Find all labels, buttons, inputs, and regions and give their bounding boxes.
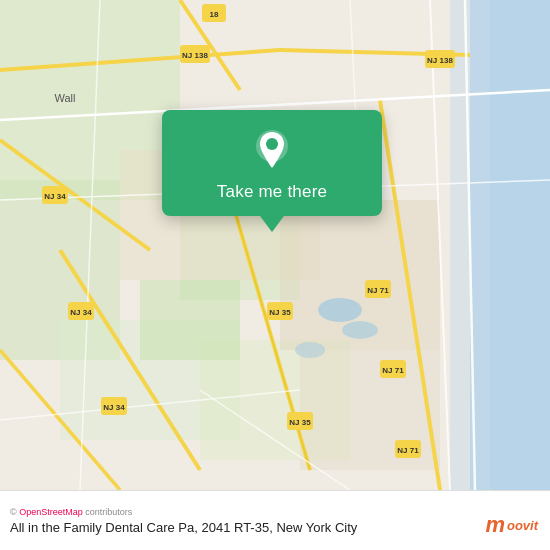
moovit-wordmark: oovit bbox=[507, 518, 538, 533]
place-name: All in the Family Dental Care Pa, 2041 R… bbox=[10, 520, 538, 535]
contributors-text: contributors bbox=[83, 507, 133, 517]
location-pin-icon bbox=[250, 128, 294, 172]
svg-point-56 bbox=[266, 138, 278, 150]
map-container: NJ 34 NJ 34 NJ 34 NJ 138 NJ 138 18 NJ 35… bbox=[0, 0, 550, 490]
svg-text:Wall: Wall bbox=[55, 92, 76, 104]
svg-text:NJ 138: NJ 138 bbox=[182, 51, 208, 60]
svg-text:NJ 35: NJ 35 bbox=[269, 308, 291, 317]
svg-text:NJ 35: NJ 35 bbox=[289, 418, 311, 427]
attribution-text: © bbox=[10, 507, 19, 517]
svg-text:NJ 71: NJ 71 bbox=[382, 366, 404, 375]
svg-text:NJ 138: NJ 138 bbox=[427, 56, 453, 65]
bottom-bar: © OpenStreetMap contributors All in the … bbox=[0, 490, 550, 550]
svg-point-13 bbox=[342, 321, 378, 339]
openstreetmap-link[interactable]: OpenStreetMap bbox=[19, 507, 83, 517]
svg-point-12 bbox=[318, 298, 362, 322]
svg-text:NJ 71: NJ 71 bbox=[397, 446, 419, 455]
svg-text:NJ 71: NJ 71 bbox=[367, 286, 389, 295]
svg-text:18: 18 bbox=[210, 10, 219, 19]
svg-text:NJ 34: NJ 34 bbox=[70, 308, 92, 317]
moovit-logo: m oovit bbox=[485, 514, 538, 536]
attribution: © OpenStreetMap contributors bbox=[10, 507, 538, 517]
svg-rect-8 bbox=[140, 280, 240, 360]
moovit-m-letter: m bbox=[485, 514, 505, 536]
popup-card: Take me there bbox=[162, 110, 382, 216]
svg-text:NJ 34: NJ 34 bbox=[44, 192, 66, 201]
svg-text:NJ 34: NJ 34 bbox=[103, 403, 125, 412]
take-me-there-button[interactable]: Take me there bbox=[217, 182, 327, 202]
svg-point-14 bbox=[295, 342, 325, 358]
